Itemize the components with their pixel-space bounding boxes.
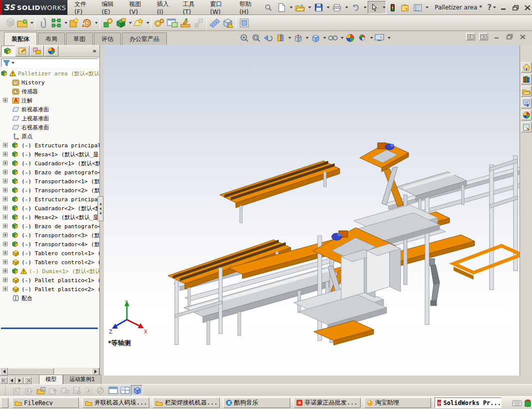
tree-item-component[interactable]: (-) Transportador<1> (默认 <box>0 177 99 186</box>
tree-item-component[interactable]: (-) Transportador<4> (默认 <box>0 240 99 249</box>
rebuild-traffic-light-icon[interactable] <box>387 1 398 13</box>
view-palette-icon[interactable] <box>521 98 532 108</box>
collapse-pane-left-icon[interactable] <box>466 33 475 40</box>
tray-green-icon[interactable] <box>525 399 531 407</box>
tree-item-component[interactable]: (-) Tablero control<1> (默 <box>0 249 99 258</box>
scrollbar-thumb[interactable] <box>8 368 54 375</box>
help-button[interactable]: ? <box>487 3 496 12</box>
help-dropdown-icon[interactable] <box>493 6 496 8</box>
first-tab-icon[interactable] <box>0 377 7 384</box>
print-dropdown-icon[interactable] <box>345 6 348 8</box>
panel-splitter[interactable] <box>100 45 104 376</box>
display-style-dropdown-icon[interactable] <box>323 37 326 39</box>
tree-item-history[interactable]: History <box>0 78 99 87</box>
view-settings-dropdown-icon[interactable] <box>388 37 391 39</box>
reference-geometry-dropdown-icon[interactable] <box>146 22 149 24</box>
tree-item-component[interactable]: (-) Mesa<1> (默认<默认_显 <box>0 150 99 159</box>
tree-item-component[interactable]: (-) Cuadrador<2> (默认<默 <box>0 204 99 213</box>
tree-item-component[interactable]: (-) Transportador<2> (默认 <box>0 186 99 195</box>
new-document-button[interactable] <box>275 1 293 13</box>
expand-icon[interactable] <box>3 260 7 264</box>
note-add-icon[interactable] <box>47 385 59 396</box>
undo-button[interactable] <box>349 1 367 13</box>
file-explorer-icon[interactable] <box>521 86 532 96</box>
taskbar-folder-3[interactable]: 栏架焊接机机器... <box>153 398 220 408</box>
filter-dropdown-icon[interactable] <box>11 62 14 64</box>
feature-manager-tab[interactable] <box>1 45 15 56</box>
display-manager-tab[interactable] <box>44 45 58 56</box>
expand-icon[interactable] <box>3 152 7 156</box>
tree-item-component[interactable]: (-) Cuadrador<1> (默认<默 <box>0 159 99 168</box>
tree-item-right-plane[interactable]: 右视基准面 <box>0 123 99 132</box>
rotate-component-button[interactable] <box>80 16 98 29</box>
tree-item-dumie[interactable]: (-) Dumie<1> (默认<默认 <box>0 267 99 276</box>
tree-item-annotations[interactable]: A 注解 <box>0 96 99 105</box>
hide-show-items-icon[interactable] <box>327 32 338 43</box>
tree-item-component[interactable]: (-) Mesa<2> (默认<默认_显 <box>0 213 99 222</box>
note-link-icon[interactable] <box>59 385 71 396</box>
property-manager-tab[interactable] <box>15 45 29 56</box>
taskbar-feinuomeng[interactable]: 菲诺蒙正品批发... <box>294 398 361 408</box>
undo-dropdown-icon[interactable] <box>364 6 367 8</box>
tab-evaluate[interactable]: 评估 <box>94 32 121 45</box>
note-new-icon[interactable]: A <box>11 385 23 396</box>
next-tab-icon[interactable] <box>16 377 23 384</box>
expand-icon[interactable] <box>3 161 7 165</box>
rollback-bar[interactable] <box>1 328 98 329</box>
tree-item-component[interactable]: (-) Estructura principal<2 <box>0 195 99 204</box>
note-open-icon[interactable]: A <box>35 385 47 396</box>
four-viewport-icon[interactable] <box>119 385 131 396</box>
taskbar-filerecv[interactable]: FileRecv <box>12 398 79 408</box>
select-dropdown-icon[interactable] <box>383 6 386 8</box>
tab-office-products[interactable]: 办公室产品 <box>122 32 167 45</box>
taskbar-solidworks[interactable]: SW SolidWorks Pr... <box>435 398 502 408</box>
prev-tab-icon[interactable] <box>8 377 15 384</box>
screen-capture-icon[interactable] <box>238 16 251 29</box>
compass-icon[interactable] <box>95 385 107 396</box>
expand-icon[interactable] <box>3 287 7 291</box>
collapse-pane-right-icon[interactable] <box>479 33 488 40</box>
tree-item-component[interactable]: (-) Pallet plastico<2> (默 <box>0 285 99 294</box>
note-edit-icon[interactable]: A <box>23 385 35 396</box>
taskbar-kugou[interactable]: K 酷狗音乐 <box>223 398 290 408</box>
interference-detection-icon[interactable] <box>221 16 234 29</box>
custom-properties-icon[interactable] <box>521 122 532 132</box>
options-dropdown-icon[interactable] <box>426 6 429 8</box>
tab-assembly[interactable]: 装配体 <box>4 32 37 45</box>
expand-icon[interactable] <box>3 251 7 255</box>
appearances-scenes-icon[interactable] <box>521 110 532 120</box>
3d-cube-active-icon[interactable] <box>131 385 143 396</box>
zoom-area-icon[interactable] <box>251 32 262 43</box>
expand-icon[interactable] <box>3 170 7 174</box>
edit-appearance-icon[interactable] <box>345 32 356 43</box>
tree-item-component[interactable]: (-) Estructura principal<1 <box>0 141 99 150</box>
insert-component-icon[interactable] <box>3 16 16 29</box>
taskbar-mini-button[interactable] <box>1 398 8 408</box>
taskbar-folder-2[interactable]: 并联机器人码垛... <box>82 398 149 408</box>
doc-restore-icon[interactable] <box>505 33 514 40</box>
expand-icon[interactable] <box>3 269 7 273</box>
graphics-viewport[interactable]: Y X Z *等轴测 <box>104 45 520 376</box>
attach-paperclip-icon[interactable] <box>37 16 50 29</box>
move-component-icon[interactable] <box>101 16 114 29</box>
save-button[interactable] <box>312 1 330 13</box>
tree-item-component[interactable]: (-) Transportador<3> (默认 <box>0 231 99 240</box>
section-view-icon[interactable] <box>275 32 286 43</box>
new-dropdown-icon[interactable] <box>290 6 293 8</box>
expand-icon[interactable] <box>3 224 7 228</box>
minimize-button[interactable] <box>499 3 508 12</box>
open-dropdown-icon[interactable] <box>308 6 311 8</box>
tree-item-top-plane[interactable]: 上视基准面 <box>0 114 99 123</box>
assembly-features-button[interactable] <box>114 16 132 29</box>
design-library-icon[interactable] <box>521 74 532 84</box>
expand-icon[interactable] <box>3 278 7 282</box>
search-icon[interactable] <box>263 1 274 13</box>
viewport-3d-model[interactable] <box>104 45 520 376</box>
tree-item-mates[interactable]: 配合 <box>0 294 99 303</box>
file-properties-button[interactable] <box>399 1 410 13</box>
note-box-icon[interactable]: A <box>83 385 95 396</box>
tree-item-component[interactable]: (-) Pallet plastico<1> (默 <box>0 276 99 285</box>
options-button[interactable] <box>411 1 429 13</box>
tree-item-origin[interactable]: 原点 <box>0 132 99 141</box>
tab-layout[interactable]: 布局 <box>38 32 65 45</box>
